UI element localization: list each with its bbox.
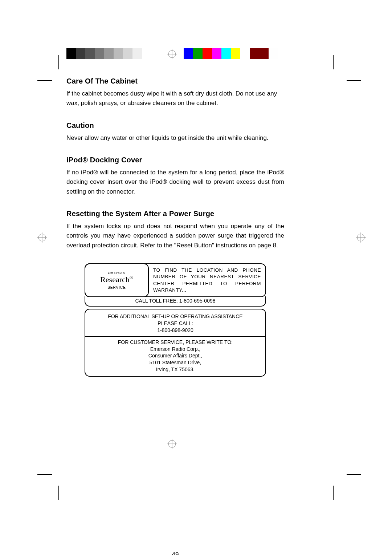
crop-mark-bottom-right [326, 467, 355, 496]
addr-line-4: 5101 Statesman Drive, [150, 360, 201, 365]
service-info-box: emerson Research® SERVICE TO FIND THE LO… [85, 263, 266, 377]
para-caution: Never allow any water or other liquids t… [66, 133, 284, 143]
assist-line-1: FOR ADDITIONAL SET-UP OR OPERATING ASSIS… [108, 313, 242, 319]
registration-mark-right-icon [356, 232, 366, 243]
assist-line-3: 1-800-898-9020 [157, 327, 193, 333]
addr-line-2: Emerson Radio Corp., [150, 346, 201, 352]
svg-point-3 [357, 234, 364, 241]
logo-line-service: SERVICE [107, 285, 126, 289]
registration-mark-bottom-icon [167, 439, 177, 449]
svg-point-6 [168, 50, 176, 58]
para-reset-after-surge: If the system locks up and does not resp… [66, 222, 284, 250]
svg-point-9 [168, 440, 176, 447]
registration-mark-top-icon [167, 49, 177, 59]
addr-line-3: Consumer Affairs Dept., [148, 353, 202, 358]
crop-mark-bottom-left [37, 467, 66, 496]
heading-caution: Caution [66, 121, 284, 130]
svg-point-0 [38, 234, 46, 241]
para-care-of-cabinet: If the cabinet becomes dusty wipe it wit… [66, 89, 284, 108]
heading-reset-after-surge: Resetting the System After a Power Surge [66, 210, 284, 218]
assist-line-2: PLEASE CALL: [158, 320, 193, 326]
setup-assistance-row: FOR ADDITIONAL SET-UP OR OPERATING ASSIS… [85, 309, 266, 337]
logo-line-emerson: emerson [108, 271, 126, 275]
page-number: 49 [66, 551, 284, 555]
heading-care-of-cabinet: Care Of The Cabinet [66, 77, 284, 85]
toll-free-row: CALL TOLL FREE: 1-800-695-0098 [85, 296, 266, 307]
para-ipod-docking-cover: If no iPod® will be connected to the sys… [66, 168, 284, 197]
heading-ipod-docking-cover: iPod® Docking Cover [66, 156, 284, 164]
addr-line-1: FOR CUSTOMER SERVICE, PLEASE WRITE TO: [118, 339, 233, 345]
color-bar [184, 48, 278, 59]
logo-line-research: Research® [100, 275, 133, 284]
registration-mark-left-icon [37, 232, 47, 243]
addr-line-5: Irving, TX 75063. [156, 366, 195, 372]
crop-mark-top-right [326, 59, 355, 88]
crop-mark-top-left [37, 59, 66, 88]
grayscale-bar [66, 48, 161, 59]
customer-service-address-row: FOR CUSTOMER SERVICE, PLEASE WRITE TO: E… [85, 336, 266, 377]
emerson-research-logo: emerson Research® SERVICE [85, 263, 149, 297]
page-content: Care Of The Cabinet If the cabinet becom… [66, 77, 284, 377]
find-service-center-text: TO FIND THE LOCATION AND PHONE NUMBER OF… [149, 264, 265, 296]
service-row-logo-and-find: emerson Research® SERVICE TO FIND THE LO… [85, 263, 266, 297]
